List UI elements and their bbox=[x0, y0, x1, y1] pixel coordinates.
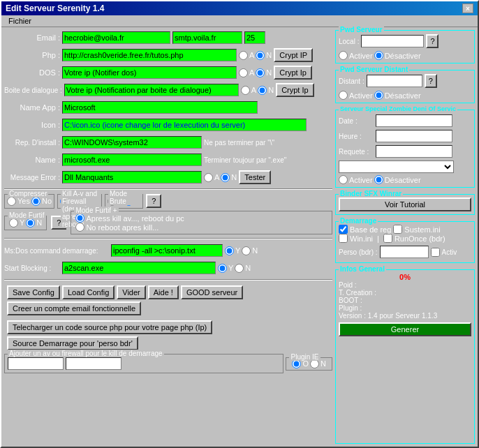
local-q-btn[interactable]: ? bbox=[426, 34, 439, 48]
activ-cb[interactable] bbox=[431, 248, 440, 257]
tcreation-label: T. Creation : bbox=[339, 289, 376, 297]
msgerror-input[interactable] bbox=[62, 171, 202, 184]
compress-yes-label: Yes bbox=[17, 197, 30, 205]
startblocking-n[interactable] bbox=[235, 264, 244, 273]
desactiver1-radio[interactable] bbox=[374, 51, 383, 60]
pwd-serveur-radios: Activer Désactiver bbox=[339, 51, 471, 60]
furtif2-apress[interactable] bbox=[75, 214, 84, 223]
boite-input[interactable] bbox=[64, 84, 239, 96]
activer1-radio[interactable] bbox=[339, 51, 348, 60]
repinstall-input[interactable] bbox=[62, 136, 202, 149]
php-radio-n[interactable] bbox=[256, 51, 265, 60]
demarrage-row2: Win.ini | RunOnce (bdr) bbox=[339, 234, 471, 243]
voir-tutorial-btn[interactable]: Voir Tutorial bbox=[339, 197, 471, 211]
activer3-radio[interactable] bbox=[339, 175, 348, 184]
boot-label: BOOT : bbox=[339, 297, 362, 304]
boite-label: Boite de dialogue : bbox=[4, 87, 62, 94]
php-crypt-btn[interactable]: Crypt IP bbox=[274, 48, 313, 62]
poid-label: Poid : bbox=[339, 281, 357, 289]
php-radio-a[interactable] bbox=[239, 51, 248, 60]
ajouter-input1[interactable] bbox=[8, 357, 64, 370]
dos-input[interactable] bbox=[62, 66, 237, 79]
telecharger-btn[interactable]: Telecharger un code source php pour votr… bbox=[7, 320, 212, 334]
separator3 bbox=[4, 279, 332, 281]
source-btn[interactable]: Source Demarrage pour 'perso bdr' bbox=[7, 336, 138, 350]
generer-btn[interactable]: Generer bbox=[339, 322, 471, 336]
msgerror-radio-a[interactable] bbox=[204, 173, 213, 182]
name-input[interactable] bbox=[62, 154, 202, 166]
pwd-serveur-title: Pwd Serveur bbox=[339, 26, 384, 33]
nameapp-label: Name App : bbox=[4, 103, 60, 112]
requete-input[interactable] bbox=[376, 145, 452, 158]
php-input[interactable] bbox=[62, 49, 237, 61]
msdos-label: Ms:Dos command demarrage: bbox=[4, 247, 109, 255]
compress-radios: Yes No bbox=[7, 197, 52, 206]
startblocking-y[interactable] bbox=[218, 264, 227, 273]
furtif2-no[interactable] bbox=[75, 223, 84, 232]
base-de-reg-cb[interactable] bbox=[339, 225, 348, 234]
local-input[interactable] bbox=[361, 35, 424, 47]
activer2-label: Activer bbox=[349, 91, 373, 100]
php-label: Php : bbox=[4, 51, 60, 59]
boite-row: Boite de dialogue : A N Crypt Ip bbox=[4, 82, 332, 98]
desactiver3-radio[interactable] bbox=[374, 175, 383, 184]
activ-label: Activ bbox=[442, 248, 457, 256]
tester-btn[interactable]: Tester bbox=[239, 170, 271, 184]
creer-compte-btn[interactable]: Creer un compte email fonctionnelle bbox=[7, 301, 141, 315]
main-content: Email : Php : A N Crypt IP DOS : bbox=[1, 27, 478, 447]
vider-btn[interactable]: Vider bbox=[117, 285, 145, 299]
dos-row: DOS : A N Crypt Ip bbox=[4, 65, 332, 80]
boite-radio-group: A N bbox=[241, 86, 274, 95]
requete-select[interactable] bbox=[339, 160, 454, 173]
version-row: Version : 1.4 pour Serveur 1.1.3 bbox=[339, 312, 471, 320]
perso-input[interactable] bbox=[380, 246, 429, 258]
close-button[interactable]: × bbox=[462, 3, 473, 13]
dos-radio-a[interactable] bbox=[239, 68, 248, 77]
email-input[interactable] bbox=[62, 31, 170, 44]
distant-input[interactable] bbox=[367, 75, 422, 87]
furtif1-y[interactable] bbox=[9, 218, 18, 227]
port-input[interactable] bbox=[244, 31, 265, 44]
icon-input[interactable] bbox=[62, 119, 307, 131]
boite-radio-a[interactable] bbox=[241, 86, 250, 95]
desactiver2-radio[interactable] bbox=[374, 91, 383, 100]
msdos-n[interactable] bbox=[242, 246, 251, 255]
compress-no[interactable] bbox=[31, 197, 40, 206]
poid-row: Poid : bbox=[339, 281, 471, 289]
runonce-cb[interactable] bbox=[383, 234, 392, 243]
binder-group: Binder SFX Winrar Voir Tutorial bbox=[335, 194, 475, 215]
msdos-input[interactable] bbox=[111, 244, 223, 257]
heure-input[interactable] bbox=[376, 130, 452, 142]
activer1-label: Activer bbox=[349, 52, 373, 60]
aide-btn[interactable]: Aide ! bbox=[148, 285, 179, 299]
desactiver1-label: Désactiver bbox=[385, 52, 421, 60]
furtif1-n[interactable] bbox=[26, 218, 35, 227]
boite-crypt-btn[interactable]: Crypt Ip bbox=[276, 83, 314, 97]
good-serveur-btn[interactable]: GOOD serveur bbox=[181, 285, 243, 299]
win-ini-cb[interactable] bbox=[339, 234, 348, 243]
msdos-y[interactable] bbox=[225, 246, 234, 255]
modebrute-q-btn[interactable]: ? bbox=[146, 194, 161, 208]
compress-yes[interactable] bbox=[7, 197, 16, 206]
ajouter-input2[interactable] bbox=[66, 357, 121, 370]
system-ini-cb[interactable] bbox=[393, 225, 402, 234]
boite-radio-n[interactable] bbox=[258, 86, 267, 95]
startblocking-input[interactable] bbox=[62, 262, 216, 274]
save-config-btn[interactable]: Save Config bbox=[7, 285, 60, 299]
dos-radio-n[interactable] bbox=[256, 68, 265, 77]
distant-q-btn[interactable]: ? bbox=[425, 74, 437, 88]
nameapp-input[interactable] bbox=[62, 101, 258, 114]
repinstall-label: Rep. D'install : bbox=[4, 139, 60, 147]
activer2-radio[interactable] bbox=[339, 91, 348, 100]
msdos-y-label: Y bbox=[235, 246, 240, 255]
date-input[interactable] bbox=[376, 114, 452, 127]
left-panel: Email : Php : A N Crypt IP DOS : bbox=[4, 30, 332, 444]
date-label: Date : bbox=[339, 117, 374, 125]
dos-crypt-btn[interactable]: Crypt Ip bbox=[274, 66, 312, 80]
compress-title: Compresser bbox=[8, 190, 48, 197]
menu-fichier[interactable]: Fichier bbox=[4, 15, 36, 27]
msgerror-radio-n[interactable] bbox=[221, 173, 230, 182]
smtp-input[interactable] bbox=[172, 31, 242, 44]
separator1 bbox=[4, 188, 332, 190]
load-config-btn[interactable]: Load Config bbox=[62, 285, 115, 299]
